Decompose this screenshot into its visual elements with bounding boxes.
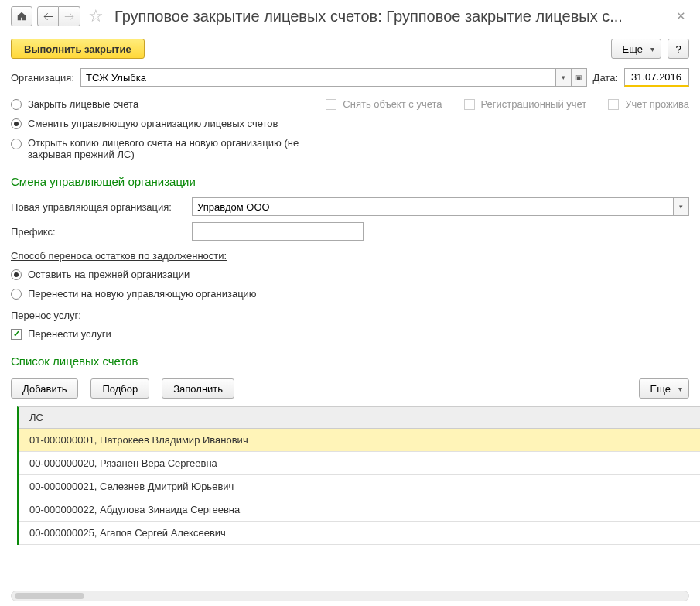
date-input[interactable]	[624, 68, 689, 87]
new-org-input[interactable]	[192, 197, 674, 216]
checkbox-transfer-services[interactable]	[11, 329, 22, 340]
table-row[interactable]: 00-000000022, Абдулова Зинаида Сергеевна	[19, 498, 700, 522]
organization-label: Организация:	[11, 72, 74, 84]
radio-keep-old-org[interactable]	[11, 269, 22, 280]
execute-close-button[interactable]: Выполнить закрытие	[11, 39, 145, 59]
fill-button[interactable]: Заполнить	[162, 378, 234, 399]
add-button[interactable]: Добавить	[11, 378, 78, 399]
back-button[interactable]: 🡠	[37, 6, 59, 26]
radio-open-copy[interactable]	[11, 139, 22, 149]
dropdown-button[interactable]: ▾	[556, 68, 572, 87]
new-org-dropdown-button[interactable]: ▾	[674, 197, 689, 216]
radio-close-accounts[interactable]	[11, 99, 22, 110]
chevron-down-icon: ▾	[562, 74, 565, 81]
services-transfer-sublabel: Перенос услуг:	[0, 303, 700, 324]
checkbox-remove-object-label: Снять объект с учета	[343, 98, 442, 110]
table-row[interactable]: 01-000000001, Патрокеев Владимир Иванови…	[19, 429, 700, 452]
close-button[interactable]: ✕	[673, 9, 689, 23]
organization-input[interactable]	[80, 68, 556, 87]
radio-move-new-org-label: Перенести на новую управляющую организац…	[28, 288, 257, 300]
arrow-left-icon: 🡠	[43, 11, 53, 22]
checkbox-residence	[608, 99, 619, 110]
arrow-right-icon: 🡢	[64, 11, 74, 22]
forward-button[interactable]: 🡢	[59, 6, 80, 26]
help-button[interactable]: ?	[668, 39, 689, 59]
checkbox-remove-object	[326, 99, 336, 110]
home-button[interactable]	[11, 6, 32, 26]
column-header-ls[interactable]: ЛС	[19, 407, 700, 429]
chevron-down-icon: ▾	[679, 203, 683, 211]
more-button[interactable]: Еще	[611, 39, 661, 59]
table-row[interactable]: 00-000000025, Агапов Сергей Алексеевич	[19, 522, 700, 545]
checkbox-registration	[464, 99, 475, 110]
checkbox-residence-label: Учет прожива	[625, 98, 689, 110]
section-change-org-title: Смена управляющей организации	[0, 164, 700, 194]
radio-keep-old-org-label: Оставить на прежней организации	[28, 269, 190, 280]
checkbox-transfer-services-label: Перенести услуги	[28, 328, 111, 340]
pick-button[interactable]: Подбор	[90, 378, 149, 399]
table-row[interactable]: 00-000000020, Рязанен Вера Сергеевна	[19, 452, 700, 475]
radio-close-accounts-label: Закрыть лицевые счета	[28, 98, 138, 110]
home-icon	[16, 11, 27, 22]
favorite-star-icon[interactable]: ☆	[85, 6, 107, 26]
page-title: Групповое закрытие лицевых счетов: Групп…	[114, 8, 668, 26]
section-accounts-title: Список лицевых счетов	[0, 344, 700, 374]
table-row[interactable]: 00-000000021, Селезнев Дмитрий Юрьевич	[19, 475, 700, 498]
radio-change-org-label: Сменить управляющую организацию лицевых …	[28, 118, 278, 129]
accounts-table: ЛС 01-000000001, Патрокеев Владимир Иван…	[17, 406, 700, 545]
horizontal-scrollbar[interactable]	[11, 591, 689, 601]
open-button[interactable]: ▣	[572, 68, 587, 87]
prefix-input[interactable]	[192, 222, 364, 241]
transfer-method-sublabel: Способ переноса остатков по задолженност…	[0, 244, 700, 265]
open-icon: ▣	[575, 74, 582, 81]
accounts-more-button[interactable]: Еще	[639, 378, 689, 399]
date-label: Дата:	[593, 72, 618, 84]
radio-change-org[interactable]	[11, 118, 22, 129]
checkbox-registration-label: Регистрационный учет	[481, 98, 587, 110]
radio-move-new-org[interactable]	[11, 289, 22, 300]
new-org-label: Новая управляющая организация:	[11, 201, 186, 213]
radio-open-copy-label: Открыть копию лицевого счета на новую ор…	[28, 137, 322, 160]
prefix-label: Префикс:	[11, 226, 186, 238]
